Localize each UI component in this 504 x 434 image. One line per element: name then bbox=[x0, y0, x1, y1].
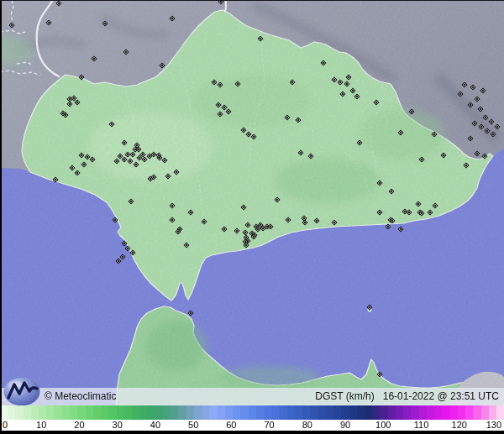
left-border bbox=[0, 0, 2, 434]
legend-color-segment bbox=[333, 405, 341, 420]
legend-color-segment bbox=[124, 405, 132, 420]
legend-color-segment bbox=[249, 405, 256, 420]
legend-tick-label: 50 bbox=[188, 420, 198, 431]
meteoclimatic-logo[interactable] bbox=[3, 377, 41, 406]
legend-tick-label: 30 bbox=[113, 420, 123, 431]
legend-color-segment bbox=[24, 405, 31, 420]
legend-color-segment bbox=[481, 405, 489, 420]
legend-tick-label: 10 bbox=[36, 420, 46, 431]
legend-color-segment bbox=[70, 405, 77, 420]
legend-color-segment bbox=[287, 405, 295, 420]
legend-tick-label: 130 bbox=[486, 420, 501, 431]
legend-tick-label: 60 bbox=[226, 420, 236, 431]
map-canvas bbox=[0, 0, 504, 405]
timestamp-label: 16-01-2022 @ 23:51 UTC bbox=[383, 390, 499, 402]
legend-color-segment bbox=[163, 405, 171, 420]
legend-color-segment bbox=[411, 405, 418, 420]
legend-colorbar bbox=[0, 405, 504, 420]
legend-color-segment bbox=[101, 405, 108, 420]
legend-color-segment bbox=[186, 405, 194, 420]
legend-color-segment bbox=[434, 405, 442, 420]
legend-color-segment bbox=[372, 405, 380, 420]
legend-color-segment bbox=[240, 405, 248, 420]
legend-color-segment bbox=[93, 405, 101, 420]
legend-color-segment bbox=[77, 405, 85, 420]
legend-color-segment bbox=[15, 405, 23, 420]
legend-color-segment bbox=[271, 405, 279, 420]
meteoclimatic-weather-map: © Meteoclimatic DGST (km/h) 16-01-2022 @… bbox=[0, 0, 504, 434]
legend-color-segment bbox=[31, 405, 39, 420]
legend-tick-label: 0 bbox=[3, 420, 8, 431]
legend-tick-label: 70 bbox=[264, 420, 274, 431]
legend-color-segment bbox=[349, 405, 357, 420]
legend-color-segment bbox=[442, 405, 449, 420]
legend-color-segment bbox=[295, 405, 302, 420]
legend-tick-label: 90 bbox=[340, 420, 350, 431]
legend-color-segment bbox=[318, 405, 326, 420]
legend-color-segment bbox=[326, 405, 333, 420]
hillshade-dark bbox=[0, 0, 504, 405]
variable-label: DGST (km/h) bbox=[315, 390, 374, 402]
legend-color-segment bbox=[139, 405, 147, 420]
legend-color-segment bbox=[279, 405, 286, 420]
legend-color-segment bbox=[117, 405, 124, 420]
legend-tick-label: 110 bbox=[414, 420, 429, 431]
legend-color-segment bbox=[427, 405, 434, 420]
legend-color-segment bbox=[396, 405, 403, 420]
legend-color-segment bbox=[8, 405, 15, 420]
legend-color-segment bbox=[489, 405, 496, 420]
legend-color-segment bbox=[218, 405, 225, 420]
legend-color-segment bbox=[264, 405, 271, 420]
legend-color-segment bbox=[147, 405, 155, 420]
legend-color-segment bbox=[341, 405, 349, 420]
legend-color-segment bbox=[225, 405, 233, 420]
legend-color-segment bbox=[473, 405, 480, 420]
legend-color-segment bbox=[202, 405, 209, 420]
legend-color-segment bbox=[357, 405, 365, 420]
legend-color-segment bbox=[365, 405, 372, 420]
legend-tick-label: 100 bbox=[375, 420, 391, 431]
legend-color-segment bbox=[132, 405, 139, 420]
bottom-border bbox=[0, 431, 504, 434]
copyright-label: © Meteoclimatic bbox=[45, 390, 117, 402]
legend-scale: 0102030405060708090100110120130 bbox=[0, 420, 504, 431]
legend-color-segment bbox=[458, 405, 465, 420]
legend-color-segment bbox=[209, 405, 217, 420]
attribution-bar: © Meteoclimatic DGST (km/h) 16-01-2022 @… bbox=[0, 388, 504, 405]
legend-tick-label: 20 bbox=[74, 420, 84, 431]
legend-color-segment bbox=[233, 405, 240, 420]
legend-tick-label: 40 bbox=[150, 420, 160, 431]
legend-color-segment bbox=[380, 405, 387, 420]
legend-color-segment bbox=[171, 405, 178, 420]
legend-color-segment bbox=[256, 405, 264, 420]
legend-color-segment bbox=[465, 405, 473, 420]
legend-color-segment bbox=[62, 405, 70, 420]
legend-color-segment bbox=[155, 405, 163, 420]
legend-color-segment bbox=[388, 405, 396, 420]
legend-color-segment bbox=[86, 405, 93, 420]
top-border bbox=[0, 0, 504, 1]
legend-tick-label: 120 bbox=[452, 420, 467, 431]
legend-color-segment bbox=[496, 405, 504, 420]
legend-color-segment bbox=[178, 405, 186, 420]
legend-tick-label: 80 bbox=[302, 420, 312, 431]
legend-color-segment bbox=[302, 405, 310, 420]
legend-color-segment bbox=[46, 405, 54, 420]
legend-color-segment bbox=[310, 405, 318, 420]
legend-color-segment bbox=[403, 405, 411, 420]
legend-color-segment bbox=[55, 405, 62, 420]
map-info: DGST (km/h) 16-01-2022 @ 23:51 UTC bbox=[315, 390, 499, 402]
legend-color-segment bbox=[450, 405, 458, 420]
map-svg bbox=[0, 0, 504, 405]
legend-color-segment bbox=[194, 405, 202, 420]
legend-color-segment bbox=[419, 405, 427, 420]
legend-color-segment bbox=[108, 405, 116, 420]
legend-color-segment bbox=[39, 405, 46, 420]
